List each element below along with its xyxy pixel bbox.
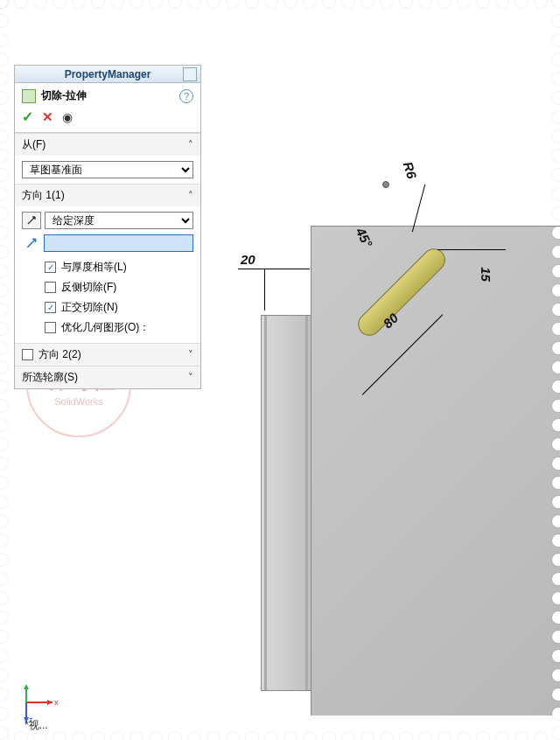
- model-plate: [261, 315, 312, 691]
- dim-offset-x[interactable]: 20: [241, 252, 256, 267]
- chevron-up-icon: ˄: [188, 139, 193, 150]
- ok-button[interactable]: ✓: [22, 108, 33, 125]
- preview-icon[interactable]: ◉: [62, 110, 73, 124]
- view-label: *视...: [24, 718, 48, 733]
- pm-title-bar: PropertyManager: [15, 66, 200, 83]
- dim-radius[interactable]: R6: [401, 160, 420, 181]
- chevron-down-icon: ˅: [188, 349, 193, 360]
- dim-offset-y[interactable]: 15: [479, 267, 494, 282]
- cut-extrude-icon: [22, 89, 36, 103]
- normal-cut-checkbox[interactable]: [45, 302, 56, 313]
- section-direction1[interactable]: 方向 1(1) ˄: [15, 184, 200, 206]
- section-direction2[interactable]: 方向 2(2) ˅: [15, 343, 200, 366]
- cancel-button[interactable]: ✕: [42, 109, 53, 125]
- chevron-up-icon: ˄: [188, 190, 193, 201]
- dir2-checkbox[interactable]: [22, 349, 33, 360]
- svg-text:x: x: [54, 698, 59, 707]
- svg-marker-7: [24, 684, 29, 689]
- svg-marker-1: [47, 700, 52, 705]
- end-condition-dropdown[interactable]: 给定深度: [45, 212, 193, 229]
- help-icon[interactable]: ?: [179, 89, 193, 103]
- feature-name: 切除-拉伸: [41, 88, 174, 103]
- section-from[interactable]: 从(F) ˄: [15, 133, 200, 156]
- section-contours[interactable]: 所选轮廓(S) ˅: [15, 366, 200, 388]
- chevron-down-icon: ˅: [188, 372, 193, 383]
- optimize-checkbox[interactable]: [45, 322, 56, 333]
- property-manager-panel: PropertyManager 切除-拉伸 ? ✓ ✕ ◉ 从(F) ˄ 草图基…: [14, 65, 201, 389]
- flip-direction-button[interactable]: [22, 212, 41, 229]
- depth-input[interactable]: [44, 234, 193, 252]
- from-dropdown[interactable]: 草图基准面: [22, 161, 193, 178]
- sketch-slot[interactable]: [328, 241, 451, 363]
- link-thickness-checkbox[interactable]: [45, 262, 56, 273]
- pushpin-icon[interactable]: [183, 67, 197, 81]
- pm-title: PropertyManager: [65, 68, 151, 80]
- reverse-offset-icon[interactable]: [22, 234, 40, 252]
- flip-side-checkbox[interactable]: [45, 282, 56, 293]
